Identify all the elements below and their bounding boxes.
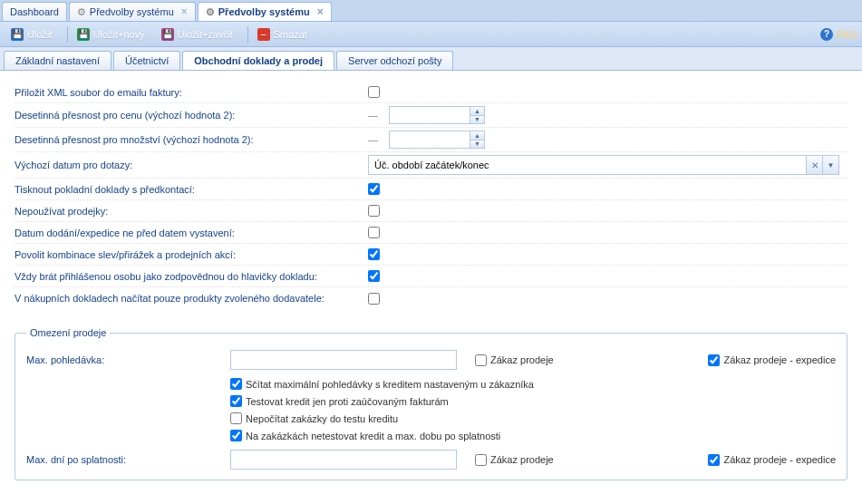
checkbox-ban-sale2[interactable] [475, 454, 487, 466]
close-icon[interactable]: × [317, 5, 324, 18]
checkbox-test-credit[interactable] [230, 395, 242, 407]
checkbox-ban-sale-exp2[interactable] [708, 454, 720, 466]
checkbox-label: Nepočítat zakázky do testu kreditu [246, 413, 398, 424]
label-no-prodejky: Nepoužívat prodejky: [15, 206, 368, 217]
separator [67, 26, 68, 43]
checkbox-no-test-orders-wrap[interactable]: Na zakázkách netestovat kredit a max. do… [230, 430, 836, 441]
tab-label: Předvolby systému [90, 6, 174, 17]
window-tabbar: Dashboard ⚙ Předvolby systému × ⚙ Předvo… [0, 0, 862, 22]
checkbox-ban-sale-exp-wrap[interactable]: Zákaz prodeje - expedice [708, 354, 836, 366]
label-qty-precision: Desetinná přesnost pro množství (výchozí… [15, 134, 368, 145]
checkbox-allow-discounts[interactable] [368, 248, 380, 260]
spinner-price-precision[interactable]: ▲ ▼ [389, 106, 485, 124]
close-icon[interactable]: × [181, 5, 188, 18]
checkbox-ban-sale-wrap[interactable]: Zákaz prodeje [475, 354, 554, 366]
save-close-icon: 💾 [161, 28, 174, 41]
input-max-claim[interactable] [230, 350, 457, 370]
tab-predvolby-2[interactable]: ⚙ Předvolby systému × [198, 2, 332, 21]
save-icon: 💾 [11, 28, 24, 41]
clear-icon[interactable]: ✕ [807, 155, 823, 175]
checkbox-label: Zákaz prodeje - expedice [723, 354, 836, 365]
delete-icon: – [257, 28, 270, 41]
label-max-claim: Max. pohledávka: [26, 354, 230, 365]
combo-default-date[interactable]: ✕ ▼ [368, 155, 839, 175]
chevron-down-icon[interactable]: ▼ [470, 141, 484, 149]
label-print-pokladni: Tisknout pokladní doklady s předkontací: [15, 184, 368, 195]
checkbox-label: Zákaz prodeje [490, 454, 554, 465]
save-close-button[interactable]: 💾 Uložit+zavřít [156, 26, 238, 43]
tab-label: Předvolby systému [218, 6, 310, 17]
chevron-up-icon[interactable]: ▲ [470, 107, 484, 116]
checkbox-ban-sale-exp2-wrap[interactable]: Zákaz prodeje - expedice [708, 454, 836, 466]
gear-icon: ⚙ [206, 6, 215, 18]
tab-sales-docs[interactable]: Obchodní doklady a prodej [182, 51, 334, 70]
label-supplier-products: V nákupních dokladech načítat pouze prod… [15, 293, 368, 304]
input-max-days[interactable] [230, 450, 457, 470]
delete-button[interactable]: – Smazat [252, 26, 313, 43]
checkbox-sum-max-wrap[interactable]: Sčítat maximální pohledávky s kreditem n… [230, 378, 836, 390]
fieldset-sales-limit: Omezení prodeje Max. pohledávka: Zákaz p… [15, 327, 847, 480]
tab-dashboard[interactable]: Dashboard [2, 2, 67, 21]
button-label: Uložit+nový [93, 29, 145, 40]
checkbox-sum-max[interactable] [230, 378, 242, 390]
checkbox-label: Zákaz prodeje - expedice [723, 454, 836, 465]
label-responsible-person: Vždy brát přihlášenou osobu jako zodpově… [15, 271, 368, 282]
checkbox-attach-xml[interactable] [368, 86, 380, 98]
help-icon: ? [820, 28, 833, 41]
checkbox-supplier-products[interactable] [368, 293, 380, 305]
label-price-precision: Desetinná přesnost pro cenu (výchozí hod… [15, 110, 368, 121]
checkbox-label: Zákaz prodeje [490, 354, 554, 365]
checkbox-ban-sale2-wrap[interactable]: Zákaz prodeje [475, 454, 554, 466]
label-allow-discounts: Povolit kombinace slev/přirážek a prodej… [15, 249, 368, 260]
checkbox-label: Testovat kredit jen proti zaúčovaným fak… [246, 396, 449, 407]
checkbox-no-prodejky[interactable] [368, 205, 380, 217]
chevron-up-icon[interactable]: ▲ [470, 131, 484, 141]
spinner-input[interactable] [389, 106, 470, 124]
checkbox-delivery-date[interactable] [368, 227, 380, 238]
dash: — [368, 134, 378, 145]
chevron-down-icon[interactable]: ▼ [823, 155, 839, 175]
tab-accounting[interactable]: Účetnictví [113, 51, 180, 70]
button-label: Uložit+zavřít [178, 29, 233, 40]
tab-label: Dashboard [10, 6, 59, 17]
toolbar: 💾 Uložit 💾 Uložit+nový 💾 Uložit+zavřít –… [0, 22, 862, 47]
settings-tabbar: Základní nastavení Účetnictví Obchodní d… [0, 47, 862, 71]
checkbox-print-pokladni[interactable] [368, 183, 380, 195]
checkbox-label: Sčítat maximální pohledávky s kreditem n… [246, 379, 534, 390]
checkbox-responsible-person[interactable] [368, 270, 380, 282]
checkbox-label: Na zakázkách netestovat kredit a max. do… [246, 431, 500, 441]
button-label: Smazat [274, 29, 307, 40]
settings-panel: Přiložit XML soubor do emailu faktury: D… [0, 71, 862, 504]
gear-icon: ⚙ [77, 6, 86, 18]
checkbox-ban-sale[interactable] [475, 354, 487, 366]
label-max-days: Max. dní po splatnosti: [26, 454, 230, 465]
save-new-button[interactable]: 💾 Uložit+nový [72, 26, 150, 43]
spinner-input[interactable] [389, 131, 470, 149]
checkbox-no-count[interactable] [230, 412, 242, 424]
tab-predvolby-1[interactable]: ⚙ Předvolby systému × [69, 2, 196, 21]
save-new-icon: 💾 [77, 28, 90, 41]
checkbox-test-credit-wrap[interactable]: Testovat kredit jen proti zaúčovaným fak… [230, 395, 836, 407]
faq-label: FAQ [837, 29, 857, 40]
checkbox-no-count-wrap[interactable]: Nepočítat zakázky do testu kreditu [230, 412, 836, 424]
spinner-qty-precision[interactable]: ▲ ▼ [389, 131, 485, 149]
label-attach-xml: Přiložit XML soubor do emailu faktury: [15, 87, 368, 98]
button-label: Uložit [27, 29, 53, 40]
tab-basic-settings[interactable]: Základní nastavení [4, 51, 111, 70]
checkbox-no-test-orders[interactable] [230, 430, 242, 441]
combo-input[interactable] [368, 155, 807, 175]
separator [247, 26, 248, 43]
dash: — [368, 110, 378, 121]
label-delivery-date: Datum dodání/expedice ne před datem vyst… [15, 228, 368, 238]
faq-link[interactable]: ? FAQ [820, 28, 857, 41]
save-button[interactable]: 💾 Uložit [5, 26, 58, 43]
legend-sales-limit: Omezení prodeje [26, 327, 110, 338]
chevron-down-icon[interactable]: ▼ [470, 116, 484, 124]
tab-smtp[interactable]: Server odchozí pošty [336, 51, 453, 70]
label-default-date: Výchozí datum pro dotazy: [15, 160, 368, 170]
checkbox-ban-sale-exp[interactable] [708, 354, 720, 366]
